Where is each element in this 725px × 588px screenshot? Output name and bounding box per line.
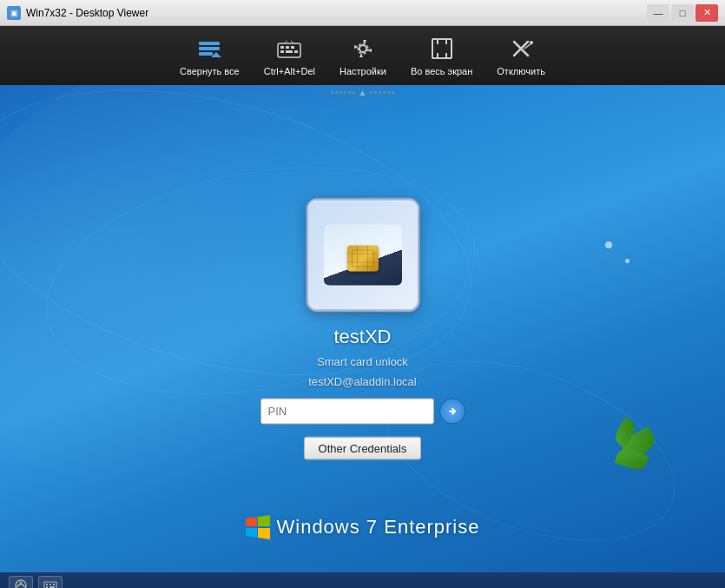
- disconnect-icon: [507, 35, 535, 63]
- svg-rect-15: [432, 39, 451, 58]
- app-icon: ▣: [7, 6, 21, 20]
- gear-icon: [349, 35, 377, 63]
- title-bar: ▣ Win7x32 - Desktop Viewer — □ ✕: [0, 0, 725, 26]
- chip-line-h2: [347, 262, 379, 263]
- svg-point-19: [530, 41, 533, 44]
- card-inner: [324, 224, 402, 285]
- username-label: testXD: [333, 325, 391, 347]
- windows7-logo: Windows 7 Enterprise: [246, 515, 480, 539]
- pin-submit-button[interactable]: [439, 398, 465, 424]
- dots-right: [370, 91, 394, 94]
- disconnect-button[interactable]: Отключить: [484, 31, 557, 80]
- svg-rect-23: [46, 584, 48, 585]
- close-button[interactable]: ✕: [695, 4, 718, 22]
- svg-rect-0: [199, 42, 220, 45]
- title-bar-buttons: — □ ✕: [647, 4, 718, 22]
- highlight-dot-1: [605, 241, 612, 248]
- pin-input[interactable]: [260, 398, 434, 424]
- fullscreen-button[interactable]: Во весь экран: [399, 31, 484, 80]
- plant-decoration: [586, 416, 656, 503]
- disconnect-label: Отключить: [497, 66, 545, 76]
- minimize-button[interactable]: —: [647, 4, 669, 22]
- title-bar-left: ▣ Win7x32 - Desktop Viewer: [7, 6, 148, 20]
- chip-line-h1: [347, 254, 379, 254]
- svg-rect-10: [294, 50, 298, 53]
- subtitle-label: Smart card unlock: [317, 354, 408, 367]
- fullscreen-icon: [428, 35, 456, 63]
- chip-icon: [347, 245, 379, 271]
- other-credentials-button[interactable]: Other Credentials: [304, 436, 422, 459]
- svg-rect-24: [49, 584, 51, 585]
- collapse-arrow-icon: ▲: [359, 88, 367, 97]
- email-label: testXD@aladdin.local: [308, 374, 416, 387]
- ctrl-alt-del-button[interactable]: Ctrl+Alt+Del: [252, 31, 327, 80]
- collapse-all-button[interactable]: Свернуть все: [168, 31, 252, 80]
- highlight-dot-2: [625, 259, 629, 263]
- smartcard-icon: [306, 198, 419, 311]
- maximize-button[interactable]: □: [671, 4, 694, 22]
- svg-rect-2: [199, 52, 213, 56]
- windows-flag-icon: [246, 515, 270, 539]
- svg-point-13: [359, 45, 366, 52]
- title-text: Win7x32 - Desktop Viewer: [26, 7, 148, 19]
- svg-rect-5: [280, 46, 284, 49]
- collapse-all-label: Свернуть все: [180, 66, 240, 76]
- svg-point-21: [20, 582, 23, 585]
- accessibility-button[interactable]: [9, 576, 33, 588]
- taskbar: [0, 572, 725, 588]
- chip-line-v1: [357, 245, 358, 271]
- keyboard-layout-button[interactable]: [38, 576, 63, 588]
- svg-rect-1: [199, 47, 220, 50]
- desktop: Windows 7 Enterprise testXD Smart card u…: [0, 85, 725, 572]
- dots-left: [331, 91, 355, 94]
- windows-edition: Enterprise: [384, 516, 479, 538]
- svg-rect-8: [280, 50, 284, 53]
- toolbar: Свернуть все Ctrl+Alt+Del: [0, 26, 725, 85]
- settings-button[interactable]: Настройки: [327, 31, 399, 80]
- login-container: testXD Smart card unlock testXD@aladdin.…: [260, 198, 465, 459]
- collapse-icon: [195, 35, 223, 63]
- svg-rect-6: [286, 46, 289, 49]
- fullscreen-label: Во весь экран: [411, 66, 472, 76]
- toolbar-collapse-handle[interactable]: ▲: [331, 88, 395, 97]
- pin-row: [260, 398, 465, 424]
- svg-rect-25: [53, 584, 55, 585]
- chip-line-v2: [367, 245, 368, 271]
- chip-lines: [347, 245, 379, 271]
- settings-label: Настройки: [339, 66, 386, 76]
- windows-text: Windows 7 Enterprise: [277, 516, 480, 538]
- keyboard-icon: [275, 35, 303, 63]
- svg-rect-9: [286, 50, 293, 53]
- svg-rect-7: [291, 46, 294, 49]
- ctrl-alt-del-label: Ctrl+Alt+Del: [264, 66, 315, 76]
